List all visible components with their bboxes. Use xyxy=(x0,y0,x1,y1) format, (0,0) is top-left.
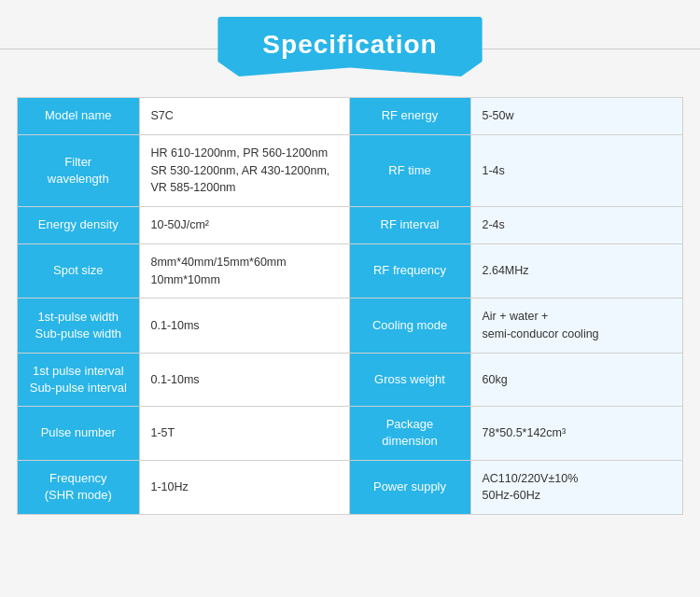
right-label-cell: RF energy xyxy=(349,98,470,134)
left-label-cell: Energy density xyxy=(18,207,139,244)
left-label-cell: 1st pulse intervalSub-pulse interval xyxy=(18,353,139,406)
left-value-cell: 0.1-10ms xyxy=(139,353,349,406)
right-value-cell: Air + water +semi-conducor cooling xyxy=(470,298,682,354)
right-value-cell: 1-4s xyxy=(470,134,682,206)
left-label-cell: Frequency(SHR mode) xyxy=(18,460,139,514)
right-label-cell: RF time xyxy=(349,134,470,206)
right-value-cell: 2-4s xyxy=(470,207,682,244)
right-value-cell: 5-50w xyxy=(470,98,682,134)
page-wrapper: Specification Model nameS7CRF energy5-50… xyxy=(0,0,700,597)
right-label-cell: Gross weight xyxy=(349,353,470,406)
right-label-cell: Power supply xyxy=(349,460,470,514)
spec-table-container: Model nameS7CRF energy5-50wFilterwavelen… xyxy=(17,97,683,515)
right-value-cell: 60kg xyxy=(470,353,682,406)
left-value-cell: HR 610-1200nm, PR 560-1200nmSR 530-1200n… xyxy=(139,134,349,206)
left-value-cell: 1-5T xyxy=(139,407,349,460)
right-label-cell: RF interval xyxy=(349,207,470,244)
table-row: 1st pulse intervalSub-pulse interval0.1-… xyxy=(18,353,682,406)
left-value-cell: 0.1-10ms xyxy=(139,298,349,354)
table-row: Pulse number1-5TPackagedimension78*50.5*… xyxy=(18,407,682,460)
right-label-cell: RF frequency xyxy=(349,243,470,298)
right-value-cell: 78*50.5*142cm³ xyxy=(470,407,682,460)
left-value-cell: 10-50J/cm² xyxy=(139,207,349,244)
spec-table: Model nameS7CRF energy5-50wFilterwavelen… xyxy=(18,98,682,514)
right-value-cell: 2.64MHz xyxy=(470,243,682,298)
left-label-cell: Filterwavelength xyxy=(18,134,139,206)
right-value-cell: AC110/220V±10%50Hz-60Hz xyxy=(470,460,682,514)
left-label-cell: Pulse number xyxy=(18,407,139,460)
specification-title: Specification xyxy=(217,17,482,76)
left-value-cell: 8mm*40mm/15mm*60mm10mm*10mm xyxy=(139,243,349,298)
right-label-cell: Packagedimension xyxy=(349,407,470,460)
table-row: Energy density10-50J/cm²RF interval2-4s xyxy=(18,207,682,244)
left-value-cell: 1-10Hz xyxy=(139,460,349,514)
left-label-cell: 1st-pulse widthSub-pulse width xyxy=(18,298,139,354)
right-label-cell: Cooling mode xyxy=(349,298,470,354)
left-label-cell: Model name xyxy=(18,98,139,134)
table-row: Model nameS7CRF energy5-50w xyxy=(18,98,682,134)
left-label-cell: Spot size xyxy=(18,243,139,298)
table-row: Spot size8mm*40mm/15mm*60mm10mm*10mmRF f… xyxy=(18,243,682,298)
table-row: 1st-pulse widthSub-pulse width0.1-10msCo… xyxy=(18,298,682,354)
header-section: Specification xyxy=(0,0,700,97)
left-value-cell: S7C xyxy=(139,98,349,134)
table-row: Frequency(SHR mode)1-10HzPower supplyAC1… xyxy=(18,460,682,514)
table-row: FilterwavelengthHR 610-1200nm, PR 560-12… xyxy=(18,134,682,206)
